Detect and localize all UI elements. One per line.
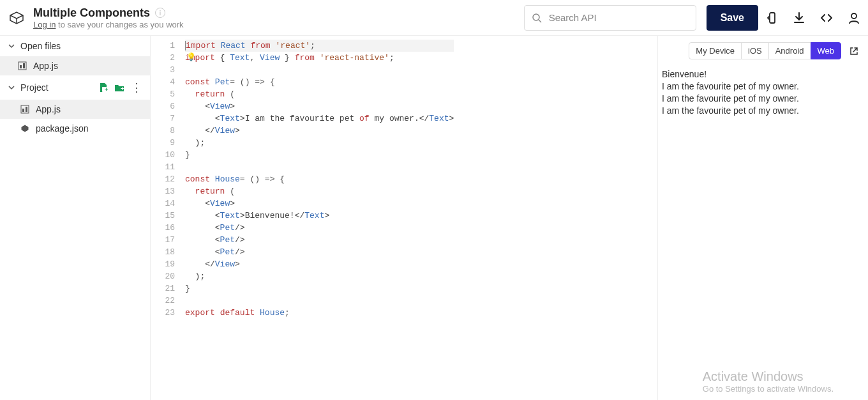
lightbulb-icon[interactable]: 💡 [186, 52, 196, 64]
open-files-label: Open files [20, 41, 61, 51]
header-icons [766, 12, 860, 24]
new-file-icon[interactable]: + [99, 82, 108, 93]
search-input[interactable] [524, 5, 696, 31]
logo-icon [8, 9, 26, 27]
project-actions: + + ⋮ [99, 81, 142, 95]
device-icon[interactable] [766, 12, 779, 24]
file-item[interactable]: App.js [0, 100, 150, 119]
code-icon[interactable] [819, 12, 834, 24]
file-icon [20, 105, 29, 114]
code-editor[interactable]: 1234567891011121314151617181920212223 💡 … [151, 36, 657, 400]
subtitle-rest: to save your changes as you work [56, 20, 183, 29]
save-button[interactable]: Save [707, 5, 758, 31]
chevron-down-icon [8, 84, 15, 91]
preview-line: I am the favourite pet of my owner. [662, 105, 864, 117]
svg-rect-6 [23, 63, 25, 68]
login-link[interactable]: Log in [33, 20, 56, 29]
preview-output: Bienvenue!I am the favourite pet of my o… [658, 66, 868, 119]
svg-rect-4 [19, 62, 26, 70]
preview-line: Bienvenue! [662, 68, 864, 81]
info-icon[interactable]: i [155, 8, 165, 18]
preview-tab-ios[interactable]: iOS [741, 42, 769, 59]
popout-icon[interactable] [849, 46, 859, 56]
menu-dots-icon[interactable]: ⋮ [131, 81, 142, 95]
js-file-icon [18, 61, 27, 70]
main: Open files App.js Project + + ⋮ App.jspa… [0, 36, 868, 400]
svg-point-0 [533, 14, 539, 20]
code-body[interactable]: import React from 'react';import { Text,… [181, 36, 454, 400]
user-icon[interactable] [848, 12, 860, 24]
preview-tab-android[interactable]: Android [768, 42, 811, 59]
svg-text:+: + [105, 86, 108, 93]
svg-rect-2 [770, 13, 775, 23]
svg-point-3 [851, 13, 857, 19]
preview-tab-web[interactable]: Web [811, 42, 842, 59]
title-block: Multiple Components i Log in to save you… [33, 6, 184, 29]
svg-line-1 [539, 20, 541, 22]
new-folder-icon[interactable]: + [114, 83, 124, 92]
download-icon[interactable] [793, 12, 805, 24]
file-item[interactable]: package.json [0, 119, 150, 138]
file-item[interactable]: App.js [0, 56, 150, 75]
preview-line: I am the favourite pet of my owner. [662, 93, 864, 105]
open-files-section[interactable]: Open files [0, 36, 150, 56]
preview-pane: My DeviceiOSAndroidWeb Bienvenue!I am th… [657, 36, 868, 400]
header: Multiple Components i Log in to save you… [0, 0, 868, 36]
preview-tabs: My DeviceiOSAndroidWeb [658, 36, 868, 66]
svg-rect-12 [26, 107, 27, 112]
file-name: App.js [33, 61, 58, 71]
search-icon [532, 13, 542, 23]
preview-tab-my-device[interactable]: My Device [689, 42, 742, 59]
svg-rect-5 [20, 65, 22, 68]
page-title: Multiple Components [33, 6, 150, 20]
file-icon [20, 124, 29, 133]
project-section[interactable]: Project + + ⋮ [0, 75, 150, 100]
sidebar: Open files App.js Project + + ⋮ App.jspa… [0, 36, 151, 400]
subtitle: Log in to save your changes as you work [33, 20, 184, 29]
file-name: package.json [36, 123, 89, 134]
search-wrap [524, 5, 696, 31]
chevron-down-icon [8, 42, 15, 50]
svg-text:+: + [121, 86, 124, 92]
svg-rect-10 [21, 105, 29, 113]
file-name: App.js [36, 104, 61, 114]
line-gutter: 1234567891011121314151617181920212223 [151, 36, 181, 400]
project-label: Project [20, 82, 49, 93]
svg-rect-11 [22, 109, 24, 112]
preview-line: I am the favourite pet of my owner. [662, 81, 864, 93]
